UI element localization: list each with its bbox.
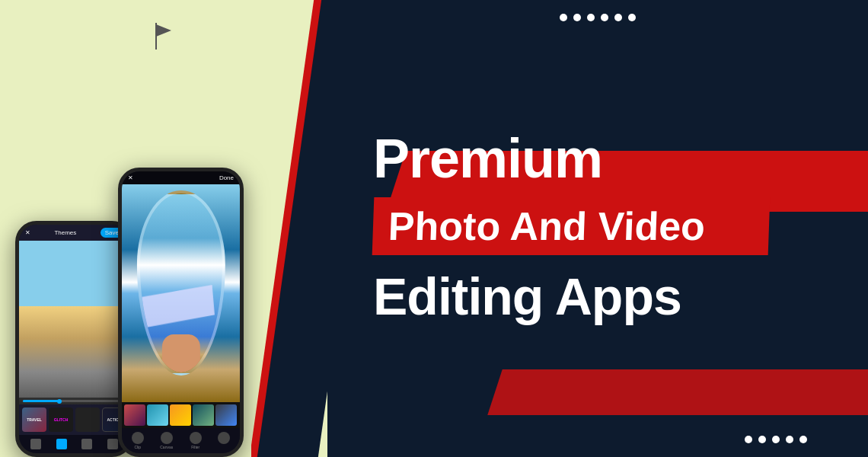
heading-photo-video: Photo And Video [372,197,771,255]
dot-1 [560,14,567,21]
dark-slice [257,0,327,457]
more-icon [218,432,230,444]
icon-grid[interactable] [30,439,41,449]
phone-container: ✕ Themes Save TRAVEL GLITCH [15,168,244,457]
dots-top [560,14,636,21]
tool-filter[interactable]: Filter [190,432,202,449]
progress-dot [57,399,62,404]
svg-marker-1 [156,24,171,37]
theme-travel[interactable]: TRAVEL [22,407,46,432]
dot-3 [587,14,595,21]
canvas-label: Canvas [160,445,173,449]
clip-label: Clip [134,445,141,449]
dot-b3 [772,436,780,443]
flag-icon [152,23,175,53]
tool-clip[interactable]: Clip [132,432,144,449]
icon-timer[interactable] [107,439,118,449]
done-button[interactable]: Done [219,174,234,181]
plane-window-image [122,184,240,402]
canvas-icon [161,432,173,444]
bottom-icons [19,435,129,453]
hand-shape [162,334,200,376]
dot-5 [614,14,622,21]
oval-window [136,190,225,376]
clip-icon [132,432,144,444]
video-area [19,241,129,404]
phone-left-screen: ✕ Themes Save TRAVEL GLITCH [19,225,129,453]
wing-shape [138,284,216,328]
dot-b4 [786,436,793,443]
edit-thumb-2[interactable] [147,404,168,426]
tools-row: Clip Canvas Filter [122,428,240,453]
filter-label: Filter [191,445,199,449]
edit-thumb-3[interactable] [170,404,191,426]
edit-thumb-4[interactable] [193,404,214,426]
dot-6 [628,14,636,21]
icon-layers[interactable] [56,439,67,449]
left-panel: ✕ Themes Save TRAVEL GLITCH [0,0,327,457]
panel-edge-overlay [251,0,327,457]
phone-right-topbar: ✕ Done [122,171,240,184]
progress-bar[interactable] [23,400,126,402]
dot-4 [601,14,608,21]
dots-bottom [745,436,807,443]
tool-more[interactable] [218,432,230,449]
phone-right: ✕ Done [118,168,244,457]
theme-glitch[interactable]: GLITCH [49,407,73,432]
red-stripe-2 [487,369,868,415]
themes-title: Themes [54,229,76,236]
video-controls [19,398,129,404]
edit-thumb-1[interactable] [124,404,145,426]
icon-music[interactable] [81,439,92,449]
phone-left-topbar: ✕ Themes Save [19,225,129,241]
close-icon-right: ✕ [128,174,133,181]
phone-left: ✕ Themes Save TRAVEL GLITCH [15,221,133,457]
edit-thumb-5[interactable] [215,404,237,426]
phone-right-screen: ✕ Done [122,171,240,453]
theme-dark[interactable] [75,407,100,432]
close-icon: ✕ [25,229,30,236]
edit-thumbnails-row [122,402,240,428]
dot-b5 [799,436,807,443]
right-panel: Premium Photo And Video Editing Apps [327,0,868,457]
themes-row: TRAVEL GLITCH ACTION [19,404,129,435]
dot-b1 [745,436,752,443]
progress-fill [23,400,59,402]
heading-editing: Editing Apps [373,267,681,326]
tool-canvas[interactable]: Canvas [160,432,173,449]
dot-2 [573,14,581,21]
filter-icon [190,432,202,444]
heading-premium: Premium [373,131,602,186]
dot-b2 [758,436,766,443]
